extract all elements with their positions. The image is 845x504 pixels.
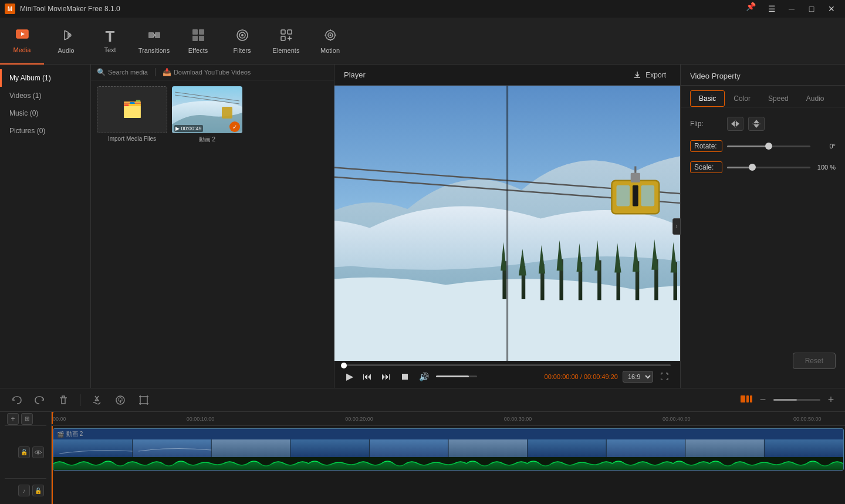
video-track-eye-button[interactable] (32, 447, 44, 458)
rotate-label: Rotate: (690, 140, 722, 152)
import-media-button[interactable]: 🗂️ (97, 86, 167, 133)
audio-detach-button[interactable] (111, 392, 130, 408)
svg-point-11 (241, 34, 244, 36)
audio-track[interactable] (52, 483, 845, 504)
crop-button[interactable] (134, 392, 153, 408)
ruler-mark-50: 00:00:50:00 (793, 416, 822, 422)
redo-button[interactable] (31, 392, 49, 408)
export-label: Export (645, 71, 666, 79)
ruler-mark-0: 00:00 (53, 416, 66, 422)
tab-audio[interactable]: Audio (797, 90, 833, 107)
aspect-ratio-select[interactable]: 16:9 9:16 1:1 4:3 (623, 371, 653, 383)
player-panel: Player Export (334, 65, 681, 388)
audio-icon (59, 28, 73, 45)
toolbar-text[interactable]: T Text (88, 18, 132, 65)
tab-basic[interactable]: Basic (690, 90, 725, 107)
svg-rect-7 (192, 36, 198, 41)
step-back-button[interactable]: ⏮ (360, 370, 374, 383)
folder-icon: 🗂️ (122, 99, 143, 119)
sidebar-item-my-album[interactable]: My Album (1) (0, 69, 90, 87)
player-title: Player (344, 70, 366, 79)
track-waveform (53, 457, 843, 470)
flip-label: Flip: (690, 120, 722, 128)
add-audio-track-button[interactable]: ⊞ (21, 413, 33, 425)
toolbar-motion[interactable]: Motion (308, 18, 352, 65)
timeline-tracks: 🎬 動画 2 (52, 426, 845, 504)
title-bar: M MiniTool MovieMaker Free 8.1.0 📌 ☰ ─ □… (0, 0, 845, 18)
play-button[interactable]: ▶ (344, 370, 356, 383)
menu-button[interactable]: ☰ (763, 2, 780, 16)
rotate-slider[interactable] (727, 146, 810, 147)
close-button[interactable]: ✕ (823, 2, 840, 16)
sidebar-videos-label: Videos (1) (9, 92, 41, 100)
timeline-side: + ⊞ 🔓 ♪ 🔓 (0, 412, 52, 504)
minimize-button[interactable]: ─ (783, 2, 800, 16)
scale-slider-thumb[interactable] (749, 164, 756, 171)
rotate-slider-fill (727, 146, 769, 147)
search-media[interactable]: 🔍 Search media (97, 68, 148, 76)
stop-button[interactable]: ⏹ (398, 370, 412, 383)
media-file-item: ▶ 00:00:49 ✓ 動画 2 (172, 86, 242, 144)
toolbar-effects[interactable]: Effects (176, 18, 220, 65)
svg-rect-3 (148, 32, 154, 38)
sidebar-item-pictures[interactable]: Pictures (0) (0, 122, 90, 140)
volume-slider[interactable] (436, 376, 477, 377)
toolbar-transitions[interactable]: Transitions (132, 18, 176, 65)
media-thumb-video[interactable]: ▶ 00:00:49 ✓ (172, 86, 242, 133)
toolbar-filters[interactable]: Filters (220, 18, 264, 65)
timeline-ruler: 00:00 00:00:10:00 00:00:20:00 00:00:30:0… (52, 412, 845, 426)
add-video-track-button[interactable]: + (7, 413, 19, 425)
volume-button[interactable]: 🔊 (417, 371, 431, 383)
track-clip-video[interactable]: 🎬 動画 2 (53, 428, 844, 471)
rotate-slider-thumb[interactable] (765, 143, 772, 150)
video-track-lock-button[interactable]: 🔓 (18, 447, 30, 458)
time-display: 00:00:00:00 / 00:00:49:20 (545, 373, 618, 380)
toolbar-audio[interactable]: Audio (44, 18, 88, 65)
svg-rect-70 (290, 439, 370, 457)
delete-button[interactable] (54, 392, 73, 408)
search-icon: 🔍 (97, 68, 106, 76)
fullscreen-button[interactable]: ⛶ (658, 371, 671, 383)
svg-rect-22 (222, 107, 232, 119)
svg-rect-53 (616, 185, 630, 207)
toolbar-media[interactable]: Media (0, 18, 44, 65)
svg-rect-62 (140, 397, 147, 404)
collapse-panel-button[interactable]: › (672, 218, 681, 235)
scale-slider[interactable] (727, 167, 810, 168)
ruler-mark-30: 00:00:30:00 (504, 416, 532, 422)
export-button[interactable]: Export (628, 68, 671, 82)
zoom-in-button[interactable]: + (824, 393, 838, 407)
playhead (52, 426, 53, 504)
flip-vertical-button[interactable] (748, 117, 765, 131)
track-clip-name: 動画 2 (66, 430, 83, 438)
cut-button[interactable] (87, 392, 106, 408)
sidebar-item-music[interactable]: Music (0) (0, 104, 90, 122)
step-forward-button[interactable]: ⏭ (379, 370, 393, 383)
toolbar-elements[interactable]: Elements (264, 18, 308, 65)
flip-horizontal-button[interactable] (727, 117, 743, 131)
ruler-mark-40: 00:00:40:00 (663, 416, 691, 422)
zoom-red-icon (741, 394, 752, 405)
download-youtube[interactable]: 📥 Download YouTube Videos (163, 68, 251, 76)
svg-rect-56 (631, 173, 640, 182)
tab-speed[interactable]: Speed (759, 90, 797, 107)
video-track[interactable]: 🎬 動画 2 (53, 428, 844, 481)
audio-track-lock-button[interactable]: 🔓 (32, 485, 44, 496)
zoom-out-button[interactable]: − (756, 393, 770, 407)
tab-color[interactable]: Color (725, 90, 759, 107)
maximize-button[interactable]: □ (803, 2, 820, 16)
left-panel: My Album (1) Videos (1) Music (0) Pictur… (0, 65, 334, 388)
svg-rect-76 (764, 439, 843, 457)
reset-button[interactable]: Reset (793, 353, 836, 369)
player-scrubber[interactable] (334, 361, 680, 367)
scrubber-track[interactable] (344, 364, 671, 366)
video-track-side: 🔓 (5, 426, 46, 479)
zoom-slider[interactable] (773, 399, 820, 401)
undo-button[interactable] (7, 392, 26, 408)
scrubber-thumb[interactable] (341, 363, 347, 368)
ruler-mark-20: 00:00:20:00 (345, 416, 373, 422)
sidebar-item-videos[interactable]: Videos (1) (0, 87, 90, 104)
toolbar-effects-label: Effects (188, 47, 208, 54)
flip-icons (727, 117, 765, 131)
timeline-toolbar: − + (0, 388, 845, 412)
